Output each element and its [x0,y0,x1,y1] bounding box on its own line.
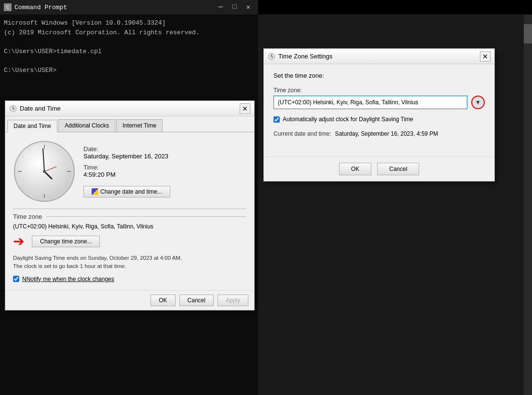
cmd-line3 [4,37,254,47]
datetime-info: Date: Saturday, September 16, 2023 Time:… [83,140,170,203]
change-datetime-label: Change date and time... [100,188,162,195]
tz-titlebar: Time Zone Settings ✕ [264,49,494,64]
tz-current-value: Saturday, September 16, 2023, 4:59 PM [335,130,438,137]
cmd-titlebar: C Command Prompt ─ □ ✕ [0,0,258,14]
timezone-line [46,216,246,217]
tz-close-btn[interactable]: ✕ [480,51,491,62]
change-tz-row: ➔ Change time zone... [13,235,246,248]
tz-content: Set the time zone: Time zone: (UTC+02:00… [264,64,494,156]
datetime-ok-btn[interactable]: OK [150,295,175,306]
datetime-titlebar: Date and Time ✕ [5,101,254,116]
timezone-header: Time zone [13,213,246,220]
dialog-content: Date: Saturday, September 16, 2023 Time:… [5,132,254,290]
datetime-cancel-btn[interactable]: Cancel [179,295,214,306]
cmd-line2: (c) 2019 Microsoft Corporation. All righ… [4,28,254,38]
datetime-close-btn[interactable]: ✕ [240,103,250,114]
cmd-prompt1: C:\Users\USER>timedate.cpl [4,47,254,56]
tz-dropdown-btn[interactable]: ▼ [471,96,485,109]
cmd-minimize[interactable]: ─ [215,2,227,13]
tz-select-row: (UTC+02:00) Helsinki, Kyiv, Riga, Sofia,… [273,96,485,109]
cmd-prompt3: C:\Users\USER> [4,66,254,75]
cmd-close[interactable]: ✕ [243,2,254,13]
notify-row: NNotify me when the clock changes [13,276,246,282]
change-datetime-row: Change date and time... [83,186,170,198]
shield-icon [92,188,98,195]
tz-dialog-icon [268,53,275,60]
time-label: Time: [83,164,170,171]
tz-footer: OK Cancel [264,156,494,181]
change-tz-btn[interactable]: Change time zone... [32,236,100,247]
time-value: 4:59:20 PM [83,171,170,178]
notify-checkbox[interactable] [13,276,19,282]
datetime-title-left: Date and Time [9,105,61,113]
tz-selected-value: (UTC+02:00) Helsinki, Kyiv, Riga, Sofia,… [278,99,418,106]
datetime-icon [9,105,17,113]
change-tz-label: Change time zone... [40,238,92,245]
dst-info: Daylight Saving Time ends on Sunday, Oct… [13,254,246,271]
change-datetime-btn[interactable]: Change date and time... [83,186,170,198]
date-value: Saturday, September 16, 2023 [83,153,170,160]
tz-dialog-title: Time Zone Settings [278,53,332,60]
dst-text: Daylight Saving Time ends on Sunday, Oct… [13,255,182,269]
cmd-prompt2 [4,56,254,66]
tz-select-display[interactable]: (UTC+02:00) Helsinki, Kyiv, Riga, Sofia,… [273,96,467,109]
datetime-apply-btn[interactable]: Apply [218,295,248,306]
date-section: Date: Saturday, September 16, 2023 [83,145,170,160]
date-label: Date: [83,145,170,153]
tz-current-label: Current date and time: [273,130,331,137]
timezone-value: (UTC+02:00) Helsinki, Kyiv, Riga, Sofia,… [13,223,246,230]
time-section: Time: 4:59:20 PM [83,164,170,178]
scrollbar-thumb[interactable] [524,24,532,43]
datetime-main: Date: Saturday, September 16, 2023 Time:… [13,140,246,203]
cmd-title: Command Prompt [14,4,67,11]
tz-current-row: Current date and time: Saturday, Septemb… [273,130,485,137]
notify-label: NNotify me when the clock changes [22,276,114,282]
tz-dst-row: Automatically adjust clock for Daylight … [273,116,485,123]
datetime-title-text: Date and Time [20,105,61,112]
tab-internet-time[interactable]: Internet Time [116,119,163,132]
tz-subtitle: Set the time zone: [273,72,485,79]
tz-ok-btn[interactable]: OK [339,163,371,175]
tz-field-label: Time zone: [273,87,485,94]
tab-additional-clocks[interactable]: Additional Clocks [58,119,115,132]
svg-point-20 [43,170,46,173]
datetime-dialog: Date and Time ✕ Date and Time Additional… [5,100,255,310]
timezone-section: Time zone (UTC+02:00) Helsinki, Kyiv, Ri… [13,209,246,248]
tz-dst-label: Automatically adjust clock for Daylight … [283,116,413,123]
timezone-title: Time zone [13,213,42,220]
datetime-footer: OK Cancel Apply [5,290,254,310]
cmd-maximize[interactable]: □ [229,2,240,13]
tabs-bar: Date and Time Additional Clocks Internet… [5,116,254,132]
tab-date-time[interactable]: Date and Time [7,120,57,132]
cmd-icon: C [4,3,12,11]
red-arrow-icon: ➔ [13,235,24,248]
cmd-line1: Microsoft Windows [Version 10.0.19045.33… [4,18,254,28]
timezone-dialog: Time Zone Settings ✕ Set the time zone: … [263,48,495,182]
tz-cancel-btn[interactable]: Cancel [377,163,419,175]
tz-dst-checkbox[interactable] [273,116,280,123]
scrollbar[interactable] [524,14,532,395]
clock-face [13,140,76,203]
cmd-body: Microsoft Windows [Version 10.0.19045.33… [0,14,258,79]
tz-title-left: Time Zone Settings [268,53,332,60]
